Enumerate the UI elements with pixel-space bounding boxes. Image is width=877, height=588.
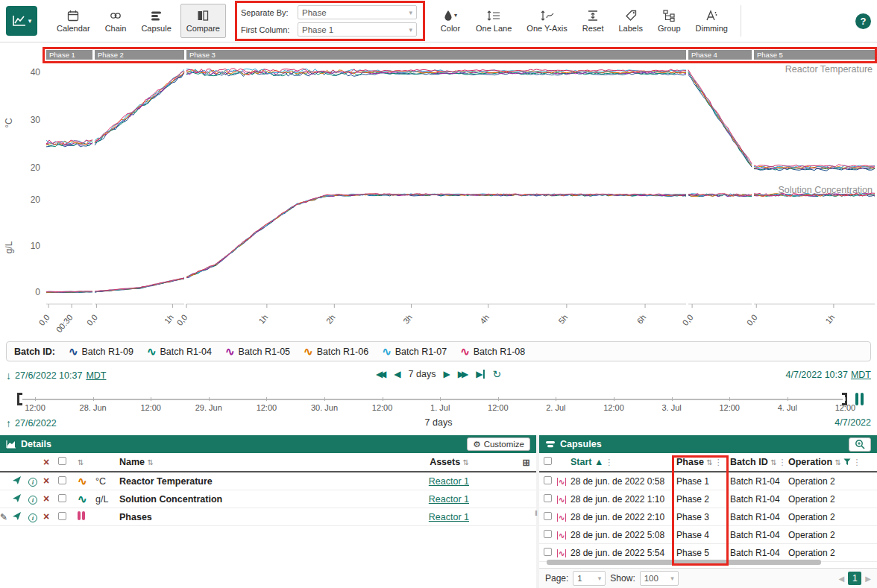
info-icon[interactable]: i	[28, 478, 37, 487]
step-to-end-icon[interactable]: ▶	[476, 370, 485, 379]
capsules-panel: Capsules Start ▲⋮ Phase ⇅⋮ Batch ID ⇅⋮ O…	[539, 435, 877, 588]
help-button[interactable]: ?	[855, 13, 871, 29]
one-y-axis-button[interactable]: One Y-Axis	[521, 4, 573, 38]
legend-item[interactable]: ∿Batch R1-04	[147, 346, 212, 357]
remove-icon[interactable]: ×	[43, 475, 49, 487]
send-icon[interactable]	[12, 511, 22, 521]
range-start[interactable]: 27/6/2022 10:37	[15, 370, 82, 381]
chevron-down-icon: ▾	[28, 17, 32, 25]
horizontal-scrollbar[interactable]	[547, 560, 821, 565]
send-icon[interactable]	[12, 493, 22, 503]
labels-button[interactable]: Labels	[613, 4, 649, 38]
phase-chip-1[interactable]: Phase 1	[46, 50, 92, 60]
legend-item[interactable]: ∿Batch R1-06	[304, 346, 368, 357]
timeline-track[interactable]	[22, 399, 843, 400]
assets-column-header[interactable]: Assets ⇅	[393, 457, 474, 467]
name-column-header[interactable]: Name ⇅	[119, 457, 393, 467]
pencil-icon[interactable]: ✎	[0, 512, 7, 522]
next-page-icon[interactable]: ▶	[865, 575, 871, 583]
timeline-left-handle[interactable]	[17, 393, 22, 405]
summary-end-date[interactable]: 4/7/2022	[834, 417, 871, 428]
details-row[interactable]: i×∿°CReactor TemperatureReactor 1	[0, 472, 536, 490]
remove-all-icon[interactable]: ×	[43, 457, 58, 467]
worksheet-view-button[interactable]: ▾	[6, 6, 37, 36]
page-select[interactable]: 1▾	[573, 571, 606, 586]
capsule-checkbox[interactable]	[544, 548, 552, 556]
legend-item[interactable]: ∿Batch R1-09	[69, 346, 133, 357]
capsule-icon: ∿	[557, 513, 566, 522]
capsule-row[interactable]: ∿28 de jun. de 2022 2:10Phase 3Batch R1-…	[539, 508, 877, 526]
customize-button[interactable]: ⚙ Customize	[467, 437, 530, 451]
legend-item[interactable]: ∿Batch R1-07	[382, 346, 447, 357]
phase-chip-3[interactable]: Phase 3	[186, 50, 686, 60]
step-back-fast-icon[interactable]: ◀◀	[376, 370, 386, 379]
one-lane-button[interactable]: One Lane	[470, 4, 518, 38]
capsule-operation: Operation 2	[788, 548, 877, 558]
operation-column-header[interactable]: Operation ⇅ ⋮	[788, 457, 877, 467]
first-column-select[interactable]: Phase 1 ▾	[298, 22, 417, 37]
summary-start-date[interactable]: 27/6/2022	[15, 418, 57, 429]
type-sort-icon[interactable]: ⇅	[78, 458, 95, 467]
legend-item[interactable]: ∿Batch R1-05	[225, 346, 290, 357]
send-icon[interactable]	[12, 475, 22, 485]
capsule-time-button[interactable]: Capsule	[135, 4, 177, 38]
row-checkbox[interactable]	[58, 476, 66, 484]
phase-chip-2[interactable]: Phase 2	[95, 50, 184, 60]
reset-button[interactable]: Reset	[576, 4, 610, 38]
zoom-to-capsule-button[interactable]	[849, 437, 871, 452]
phase-chip-5[interactable]: Phase 5	[754, 50, 875, 60]
table-options-icon[interactable]: ⊞	[474, 457, 536, 468]
start-column-header[interactable]: Start ▲⋮	[570, 457, 676, 467]
calendar-button[interactable]: Calendar	[51, 4, 96, 38]
details-row[interactable]: ✎i×PhasesReactor 1	[0, 508, 536, 526]
capsule-checkbox[interactable]	[544, 476, 552, 484]
info-icon[interactable]: i	[28, 513, 37, 522]
refresh-icon[interactable]: ↻	[492, 369, 501, 379]
capsule-row[interactable]: ∿28 de jun. de 2022 1:10Phase 2Batch R1-…	[539, 490, 877, 508]
svg-text:1h: 1h	[257, 313, 269, 326]
group-button[interactable]: Group	[652, 4, 687, 38]
phase-column-header[interactable]: Phase ⇅⋮	[676, 457, 730, 467]
info-icon[interactable]: i	[28, 496, 37, 505]
legend-item[interactable]: ∿Batch R1-08	[460, 346, 525, 357]
swap-range-down-icon[interactable]: ↓	[6, 370, 11, 382]
details-panel: Details ⚙ Customize × ⇅ Name ⇅ Assets ⇅ …	[0, 435, 536, 588]
step-forward-icon[interactable]: ▶	[443, 370, 450, 379]
phase-chip-4[interactable]: Phase 4	[688, 50, 752, 60]
step-back-icon[interactable]: ◀	[394, 370, 400, 379]
current-page[interactable]: 1	[848, 572, 861, 585]
range-duration[interactable]: 7 days	[409, 369, 436, 379]
separate-by-select[interactable]: Phase ▾	[298, 5, 417, 19]
chain-button[interactable]: Chain	[99, 4, 133, 38]
asset-link[interactable]: Reactor 1	[429, 494, 469, 505]
dimming-button[interactable]: Dimming	[690, 4, 734, 38]
batch-id-column-header[interactable]: Batch ID ⇅⋮	[730, 457, 788, 467]
capsule-checkbox[interactable]	[544, 512, 552, 520]
capsule-range-handle[interactable]	[855, 393, 864, 405]
details-row[interactable]: i×∿g/LSolution ConcentrationReactor 1	[0, 490, 536, 508]
remove-icon[interactable]: ×	[43, 510, 49, 522]
timezone-link[interactable]: MDT	[851, 370, 871, 380]
asset-link[interactable]: Reactor 1	[429, 512, 469, 522]
prev-page-icon[interactable]: ◀	[839, 575, 845, 583]
capsule-row[interactable]: ∿28 de jun. de 2022 0:58Phase 1Batch R1-…	[539, 472, 877, 490]
remove-icon[interactable]: ×	[43, 493, 49, 505]
capsule-checkbox[interactable]	[544, 494, 552, 502]
asset-link[interactable]: Reactor 1	[429, 476, 469, 487]
show-select[interactable]: 100▾	[640, 571, 679, 586]
row-checkbox[interactable]	[58, 494, 66, 502]
capsule-checkbox[interactable]	[544, 530, 552, 538]
timeline-tick	[498, 397, 499, 401]
range-end[interactable]: 4/7/2022 10:37	[786, 370, 848, 380]
color-button[interactable]: ▾ Color	[434, 4, 467, 38]
timeline-scrollbar[interactable]: 12:0028. Jun12:0029. Jun12:0030. Jun12:0…	[0, 391, 877, 416]
capsule-row[interactable]: ∿28 de jun. de 2022 5:08Phase 4Batch R1-…	[539, 526, 877, 544]
select-all-checkbox[interactable]	[58, 457, 66, 465]
timezone-link[interactable]: MDT	[86, 370, 106, 381]
capsules-select-all-checkbox[interactable]	[544, 457, 552, 465]
swap-range-up-icon[interactable]: ↑	[6, 417, 11, 429]
trend-chart[interactable]: Reactor TemperatureSolution Concentratio…	[0, 63, 877, 341]
compare-button[interactable]: Compare	[180, 4, 226, 38]
row-checkbox[interactable]	[58, 512, 66, 520]
step-forward-fast-icon[interactable]: ▶▶	[458, 370, 468, 379]
